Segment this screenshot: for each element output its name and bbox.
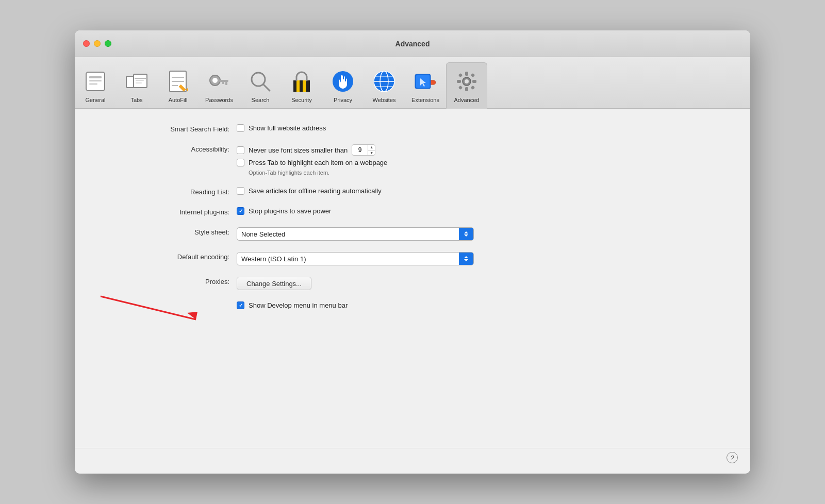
svg-rect-18	[225, 82, 227, 85]
svg-marker-48	[187, 312, 197, 320]
tab-passwords[interactable]: Passwords	[199, 62, 240, 108]
smart-search-label: Smart Search Field:	[106, 124, 229, 133]
develop-menu-checkbox[interactable]	[237, 301, 244, 309]
svg-point-38	[465, 79, 469, 83]
svg-rect-45	[458, 86, 463, 90]
svg-rect-40	[465, 87, 468, 91]
spinner-arrows: ▲ ▼	[368, 145, 375, 155]
svg-line-47	[101, 296, 196, 320]
svg-rect-39	[465, 72, 468, 76]
tab-highlight-checkbox[interactable]	[237, 159, 244, 166]
font-size-label: Never use font sizes smaller than	[249, 146, 348, 154]
svg-rect-2	[89, 80, 102, 81]
font-size-checkbox[interactable]	[237, 146, 244, 154]
plugins-checkbox[interactable]	[237, 207, 244, 215]
smart-search-checkbox[interactable]	[237, 124, 244, 132]
smart-search-checkbox-row: Show full website address	[237, 124, 326, 132]
plugins-checkbox-row: Stop plug-ins to save power	[237, 207, 331, 215]
tab-general[interactable]: General	[75, 62, 116, 108]
proxies-button[interactable]: Change Settings...	[237, 277, 311, 290]
title-bar: Advanced	[75, 30, 750, 57]
svg-rect-8	[136, 82, 142, 83]
tab-websites-label: Websites	[372, 97, 395, 103]
extensions-icon	[412, 68, 439, 95]
tab-advanced-label: Advanced	[454, 97, 480, 103]
websites-icon	[371, 68, 398, 95]
encoding-select[interactable]: Western (ISO Latin 1)	[237, 252, 474, 265]
spinner-down[interactable]: ▼	[368, 150, 375, 156]
tab-privacy[interactable]: Privacy	[322, 62, 364, 108]
encoding-control: Western (ISO Latin 1)	[237, 252, 474, 265]
svg-rect-23	[293, 80, 296, 92]
tab-search[interactable]: Search	[240, 62, 281, 108]
plugins-row: Internet plug-ins: Stop plug-ins to save…	[106, 207, 719, 216]
search-icon	[247, 68, 274, 95]
font-size-spinner[interactable]: 9 ▲ ▼	[352, 144, 375, 156]
window-title: Advanced	[395, 40, 430, 48]
proxies-control: Change Settings...	[237, 277, 311, 290]
tab-tabs[interactable]: Tabs	[116, 62, 157, 108]
svg-line-21	[263, 85, 270, 91]
advanced-icon	[453, 68, 480, 95]
tab-autofill-label: AutoFill	[169, 97, 188, 103]
encoding-row: Default encoding: Western (ISO Latin 1)	[106, 252, 719, 265]
stylesheet-select[interactable]: None Selected	[237, 227, 474, 241]
proxies-row: Proxies: Change Settings...	[106, 277, 719, 290]
encoding-select-btn[interactable]	[459, 253, 473, 265]
svg-rect-46	[471, 86, 475, 90]
develop-menu-checkbox-label: Show Develop menu in menu bar	[249, 301, 348, 309]
tab-search-label: Search	[252, 97, 270, 103]
tab-privacy-label: Privacy	[334, 97, 352, 103]
spinner-up[interactable]: ▲	[368, 145, 375, 150]
svg-rect-24	[300, 80, 303, 92]
bottom-bar: ?	[75, 448, 750, 474]
reading-list-checkbox-label: Save articles for offline reading automa…	[249, 187, 382, 195]
svg-rect-7	[136, 80, 144, 81]
smart-search-row: Smart Search Field: Show full website ad…	[106, 124, 719, 133]
font-size-input[interactable]: 9	[352, 146, 368, 154]
stylesheet-control: None Selected	[237, 227, 474, 241]
tab-autofill[interactable]: AutoFill	[157, 62, 199, 108]
tab-highlight-row: Press Tab to highlight each item on a we…	[237, 159, 387, 166]
proxies-label: Proxies:	[106, 277, 229, 285]
svg-rect-43	[458, 73, 463, 77]
tab-extensions[interactable]: Extensions	[405, 62, 446, 108]
tabs-icon	[123, 68, 150, 95]
content-area: Smart Search Field: Show full website ad…	[75, 109, 750, 448]
tab-passwords-label: Passwords	[205, 97, 233, 103]
svg-rect-41	[457, 80, 461, 83]
smart-search-checkbox-label: Show full website address	[249, 124, 326, 132]
encoding-down-arrow	[464, 259, 468, 261]
stylesheet-select-btn[interactable]	[459, 228, 473, 240]
svg-rect-44	[471, 73, 475, 77]
svg-rect-25	[306, 80, 310, 92]
develop-menu-control: Show Develop menu in menu bar	[237, 301, 348, 309]
stylesheet-label: Style sheet:	[106, 227, 229, 236]
smart-search-control: Show full website address	[237, 124, 326, 132]
font-size-row: Never use font sizes smaller than 9 ▲ ▼	[237, 144, 387, 156]
help-button[interactable]: ?	[727, 452, 738, 463]
tab-websites[interactable]: Websites	[364, 62, 405, 108]
privacy-icon	[329, 68, 356, 95]
autofill-icon	[164, 68, 191, 95]
svg-rect-17	[219, 80, 228, 82]
reading-list-row: Reading List: Save articles for offline …	[106, 187, 719, 196]
tab-tabs-label: Tabs	[130, 97, 142, 103]
close-button[interactable]	[83, 40, 90, 47]
tab-highlight-hint: Option-Tab highlights each item.	[249, 170, 387, 176]
security-icon	[288, 68, 315, 95]
tab-highlight-label: Press Tab to highlight each item on a we…	[249, 159, 387, 166]
maximize-button[interactable]	[105, 40, 111, 47]
select-up-arrow	[464, 231, 468, 233]
tab-advanced[interactable]: Advanced	[446, 62, 487, 109]
general-icon	[82, 68, 109, 95]
plugins-control: Stop plug-ins to save power	[237, 207, 331, 215]
annotation-arrow-svg	[95, 286, 229, 327]
tab-security[interactable]: Security	[281, 62, 322, 108]
reading-list-checkbox[interactable]	[237, 187, 244, 195]
main-window: Advanced General	[75, 30, 750, 474]
svg-rect-19	[222, 82, 224, 84]
minimize-button[interactable]	[94, 40, 101, 47]
tab-extensions-label: Extensions	[411, 97, 439, 103]
stylesheet-select-value: None Selected	[237, 230, 459, 238]
